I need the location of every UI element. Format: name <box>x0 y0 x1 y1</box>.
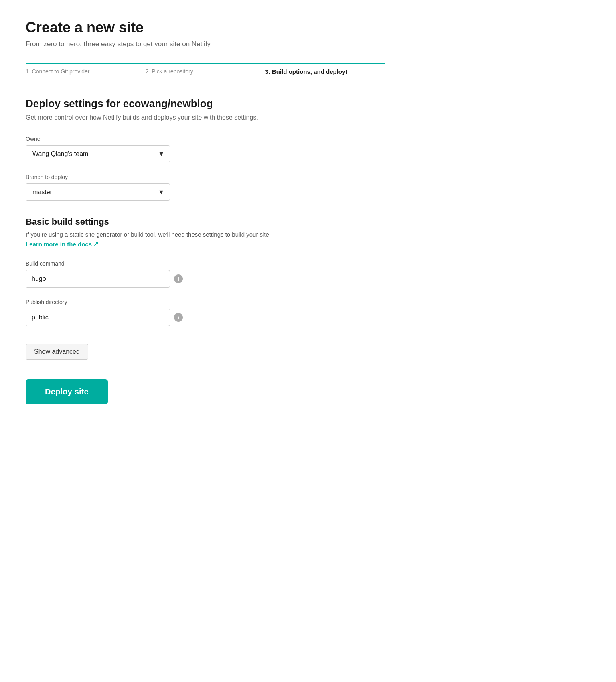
page-subtitle: From zero to hero, three easy steps to g… <box>26 40 385 48</box>
page-title: Create a new site <box>26 19 385 36</box>
owner-select-wrapper: Wang Qiang's team ▼ <box>26 145 170 162</box>
stepper: 1. Connect to Git provider 2. Pick a rep… <box>26 63 385 75</box>
deploy-settings-subtitle: Get more control over how Netlify builds… <box>26 114 385 121</box>
build-command-group: Build command i <box>26 260 385 288</box>
publish-directory-label: Publish directory <box>26 299 385 305</box>
branch-select[interactable]: master <box>26 183 170 201</box>
build-command-label: Build command <box>26 260 385 267</box>
owner-select[interactable]: Wang Qiang's team <box>26 145 170 162</box>
build-command-input[interactable] <box>26 270 170 288</box>
build-settings-title: Basic build settings <box>26 217 385 227</box>
step-1: 1. Connect to Git provider <box>26 63 146 75</box>
build-settings-subtitle: If you're using a static site generator … <box>26 231 385 238</box>
step-2-bar <box>146 63 265 64</box>
deploy-button-container: Deploy site <box>26 379 385 404</box>
step-3: 3. Build options, and deploy! <box>265 63 385 75</box>
deploy-settings-title: Deploy settings for ecowang/newblog <box>26 97 385 110</box>
step-3-bar <box>265 63 385 64</box>
deploy-site-button[interactable]: Deploy site <box>26 379 108 404</box>
step-3-label: 3. Build options, and deploy! <box>265 68 385 75</box>
build-command-info-icon: i <box>174 274 183 283</box>
step-2-label: 2. Pick a repository <box>146 68 265 75</box>
publish-directory-input-wrapper: i <box>26 309 385 326</box>
publish-directory-info-icon: i <box>174 313 183 322</box>
build-settings-section: Basic build settings If you're using a s… <box>26 217 385 326</box>
docs-link-arrow: ↗ <box>93 240 99 248</box>
branch-field-group: Branch to deploy master ▼ <box>26 174 385 201</box>
owner-field-group: Owner Wang Qiang's team ▼ <box>26 136 385 162</box>
show-advanced-button[interactable]: Show advanced <box>26 344 88 360</box>
publish-directory-input[interactable] <box>26 309 170 326</box>
docs-link[interactable]: Learn more in the docs ↗ <box>26 240 99 248</box>
branch-select-wrapper: master ▼ <box>26 183 170 201</box>
publish-directory-group: Publish directory i <box>26 299 385 326</box>
owner-label: Owner <box>26 136 385 142</box>
step-2: 2. Pick a repository <box>146 63 265 75</box>
branch-label: Branch to deploy <box>26 174 385 180</box>
docs-link-text: Learn more in the docs <box>26 241 92 248</box>
step-1-bar <box>26 63 146 64</box>
step-1-label: 1. Connect to Git provider <box>26 68 146 75</box>
build-command-input-wrapper: i <box>26 270 385 288</box>
